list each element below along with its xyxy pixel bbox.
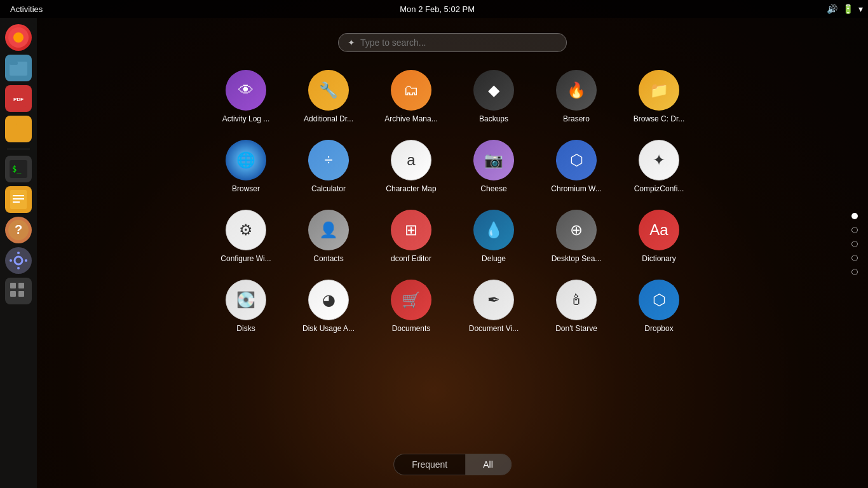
app-icon-brasero: 🔥 xyxy=(556,70,597,111)
app-label-additional-drivers: Additional Dr... xyxy=(304,114,353,123)
scroll-dot-2[interactable] xyxy=(851,241,858,247)
app-item-disks[interactable]: 💽Disks xyxy=(205,274,287,338)
app-label-chromium: Chromium W... xyxy=(551,184,601,193)
app-item-browser[interactable]: 🌐Browser xyxy=(205,135,287,198)
dock-item-firefox[interactable] xyxy=(5,24,32,51)
tab-frequent[interactable]: Frequent xyxy=(394,454,465,475)
svg-point-16 xyxy=(17,252,20,254)
svg-rect-3 xyxy=(10,62,18,65)
svg-text:PDF: PDF xyxy=(13,97,24,102)
volume-icon[interactable]: 🔊 xyxy=(827,4,837,14)
app-label-browse-c: Browse C: Dr... xyxy=(634,114,685,123)
app-item-brasero[interactable]: 🔥Brasero xyxy=(535,65,618,128)
apps-grid: 👁Activity Log ...🔧Additional Dr...🗂Archi… xyxy=(198,65,707,338)
app-item-dont-starve[interactable]: 🕯Don't Starve xyxy=(535,274,618,338)
app-item-archive-manager[interactable]: 🗂Archive Mana... xyxy=(370,65,452,128)
search-icon: ✦ xyxy=(348,37,355,48)
app-item-configure-wine[interactable]: ⚙Configure Wi... xyxy=(205,205,287,268)
activities-button[interactable]: Activities xyxy=(5,4,48,14)
app-label-archive-manager: Archive Mana... xyxy=(384,114,437,123)
app-icon-dont-starve: 🕯 xyxy=(556,280,597,320)
app-item-dictionary[interactable]: AaDictionary xyxy=(618,205,700,268)
app-item-compiz[interactable]: ✦CompizConfi... xyxy=(618,135,700,198)
app-icon-backups: ◆ xyxy=(473,70,514,111)
bottom-tabs: FrequentAll xyxy=(393,454,512,475)
scroll-dot-1[interactable] xyxy=(851,227,858,233)
svg-rect-23 xyxy=(18,291,24,297)
app-item-chromium[interactable]: ⬡Chromium W... xyxy=(535,135,618,198)
app-item-disk-usage[interactable]: ◕Disk Usage A... xyxy=(287,274,370,338)
app-item-cheese[interactable]: 📷Cheese xyxy=(452,135,535,198)
app-icon-archive-manager: 🗂 xyxy=(391,70,431,111)
search-box: ✦ xyxy=(338,33,567,52)
svg-point-18 xyxy=(10,259,12,262)
app-label-backups: Backups xyxy=(479,114,508,123)
app-label-character-map: Character Map xyxy=(386,184,436,193)
scroll-dot-3[interactable] xyxy=(851,255,858,261)
dock-item-files[interactable] xyxy=(5,55,32,81)
app-icon-activity-log: 👁 xyxy=(226,70,266,111)
app-label-document-viewer: Document Vi... xyxy=(469,324,519,333)
scroll-dot-4[interactable] xyxy=(851,269,858,275)
app-icon-disk-usage: ◕ xyxy=(308,280,349,320)
app-label-disks: Disks xyxy=(236,324,255,333)
app-item-calculator[interactable]: ÷Calculator xyxy=(287,135,370,198)
tab-all[interactable]: All xyxy=(465,454,511,475)
app-label-activity-log: Activity Log ... xyxy=(222,114,270,123)
app-item-dconf-editor[interactable]: ⊞dconf Editor xyxy=(370,205,452,268)
app-icon-document-viewer: ✒ xyxy=(473,280,514,320)
app-label-compiz: CompizConfi... xyxy=(634,184,684,193)
app-item-contacts[interactable]: 👤Contacts xyxy=(287,205,370,268)
battery-icon[interactable]: 🔋 xyxy=(843,4,853,14)
app-icon-desktop-search: ⊕ xyxy=(556,210,597,250)
scroll-dot-0[interactable] xyxy=(851,213,858,219)
svg-text:$_: $_ xyxy=(12,165,22,173)
app-label-dont-starve: Don't Starve xyxy=(555,324,597,333)
topbar-right: 🔊 🔋 ▾ xyxy=(827,4,863,14)
app-label-calculator: Calculator xyxy=(311,184,346,193)
app-icon-chromium: ⬡ xyxy=(556,140,597,180)
app-item-browse-c[interactable]: 📁Browse C: Dr... xyxy=(618,65,700,128)
topbar-left: Activities xyxy=(5,4,48,14)
dropdown-arrow-icon[interactable]: ▾ xyxy=(858,4,863,14)
topbar-datetime: Mon 2 Feb, 5:02 PM xyxy=(400,4,475,14)
svg-text:?: ? xyxy=(15,222,22,236)
app-item-documents[interactable]: 🛒Documents xyxy=(370,274,452,338)
app-item-document-viewer[interactable]: ✒Document Vi... xyxy=(452,274,535,338)
app-label-deluge: Deluge xyxy=(482,254,506,263)
app-label-desktop-search: Desktop Sea... xyxy=(552,254,602,263)
app-icon-cheese: 📷 xyxy=(473,140,514,180)
app-label-dictionary: Dictionary xyxy=(642,254,675,263)
dock-item-notes[interactable] xyxy=(5,186,32,213)
svg-point-17 xyxy=(17,267,20,269)
topbar: Activities Mon 2 Feb, 5:02 PM 🔊 🔋 ▾ xyxy=(0,0,868,18)
app-label-brasero: Brasero xyxy=(563,114,590,123)
app-label-cheese: Cheese xyxy=(480,184,506,193)
scroll-indicators xyxy=(851,213,858,275)
app-label-browser: Browser xyxy=(232,184,260,193)
dock-item-terminal[interactable]: $_ xyxy=(5,156,32,182)
svg-rect-20 xyxy=(10,283,16,288)
dock-item-pdf[interactable]: PDF xyxy=(5,85,32,112)
search-input[interactable] xyxy=(360,37,557,48)
app-item-additional-drivers[interactable]: 🔧Additional Dr... xyxy=(287,65,370,128)
app-item-deluge[interactable]: 💧Deluge xyxy=(452,205,535,268)
dock-item-settings[interactable] xyxy=(5,247,32,274)
app-item-desktop-search[interactable]: ⊕Desktop Sea... xyxy=(535,205,618,268)
app-icon-configure-wine: ⚙ xyxy=(226,210,266,250)
app-icon-additional-drivers: 🔧 xyxy=(308,70,349,111)
dock-item-help[interactable]: ? xyxy=(5,217,32,243)
app-item-character-map[interactable]: aCharacter Map xyxy=(370,135,452,198)
app-item-backups[interactable]: ◆Backups xyxy=(452,65,535,128)
app-icon-calculator: ÷ xyxy=(308,140,349,180)
main-content: ✦ 👁Activity Log ...🔧Additional Dr...🗂Arc… xyxy=(37,18,868,488)
app-label-dropbox: Dropbox xyxy=(644,324,673,333)
svg-point-19 xyxy=(25,259,27,262)
app-item-activity-log[interactable]: 👁Activity Log ... xyxy=(205,65,287,128)
dock-item-folder[interactable] xyxy=(5,116,32,142)
dock-item-appgrid[interactable] xyxy=(5,278,32,304)
app-item-dropbox[interactable]: ⬡Dropbox xyxy=(618,274,700,338)
app-icon-dictionary: Aa xyxy=(639,210,679,250)
app-label-disk-usage: Disk Usage A... xyxy=(302,324,355,333)
dock: PDF $_ ? xyxy=(0,18,37,488)
